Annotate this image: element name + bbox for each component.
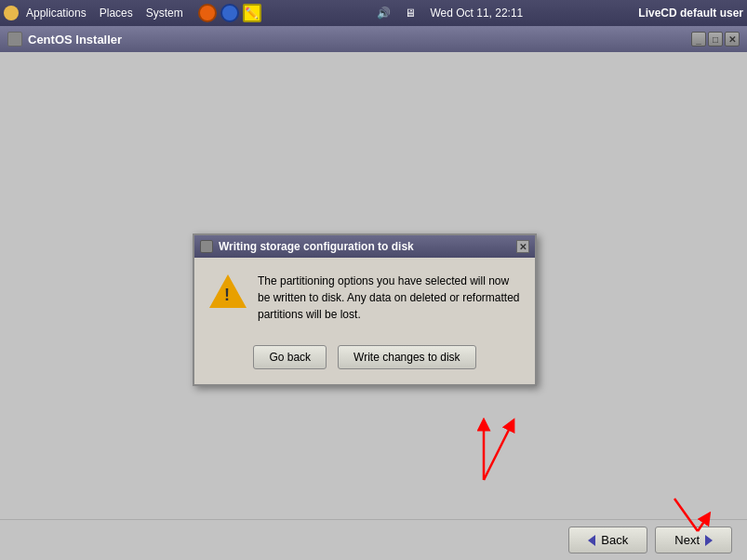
close-button[interactable]: ✕ (725, 32, 740, 47)
taskbar-datetime: 🔊 🖥 Wed Oct 11, 22:11 (261, 7, 639, 20)
window-titlebar: CentOS Installer _ □ ✕ (0, 26, 747, 52)
next-arrow-icon (705, 535, 713, 546)
dialog-icon (200, 240, 213, 253)
applications-label: Applications (26, 7, 87, 20)
svg-line-1 (484, 424, 512, 480)
dialog-message: The partitioning options you have select… (258, 273, 520, 323)
top-taskbar: Applications Places System ✏️ 🔊 🖥 Wed Oc… (0, 0, 747, 26)
dialog-buttons: Go back Write changes to disk (194, 338, 535, 384)
places-label: Places (100, 7, 133, 20)
datetime-label: Wed Oct 11, 22:11 (430, 7, 523, 20)
dialog-close-button[interactable]: ✕ (516, 240, 529, 253)
bottom-nav-bar: Back Next (0, 519, 747, 560)
speaker-icon: 🔊 (377, 7, 391, 20)
window-icon (7, 32, 22, 47)
places-menu[interactable]: Places (94, 5, 139, 21)
network-icon: 🖥 (405, 7, 416, 20)
maximize-button[interactable]: □ (708, 32, 723, 47)
back-button[interactable]: Back (568, 527, 647, 553)
back-label: Back (601, 533, 628, 547)
minimize-button[interactable]: _ (691, 32, 706, 47)
app-menu-icon (4, 6, 19, 20)
storage-config-dialog: Writing storage configuration to disk ✕ … (193, 233, 537, 386)
go-back-button[interactable]: Go back (253, 345, 327, 369)
warning-icon (209, 273, 247, 310)
system-label: System (146, 7, 183, 20)
next-label: Next (674, 533, 700, 547)
browser2-icon[interactable] (220, 4, 239, 22)
applications-menu[interactable]: Applications (20, 5, 92, 21)
edit-icon[interactable]: ✏️ (243, 4, 261, 22)
dialog-titlebar: Writing storage configuration to disk ✕ (194, 235, 535, 258)
back-arrow-icon (588, 535, 595, 546)
main-content: Writing storage configuration to disk ✕ … (0, 52, 747, 519)
annotation-arrow-1 (428, 415, 540, 489)
firefox-icon[interactable] (198, 4, 217, 22)
window-title: CentOS Installer (28, 33, 122, 47)
write-changes-button[interactable]: Write changes to disk (338, 345, 476, 369)
next-button[interactable]: Next (655, 527, 732, 553)
system-menu[interactable]: System (140, 5, 189, 21)
dialog-title: Writing storage configuration to disk (219, 240, 414, 253)
user-label: LiveCD default user (638, 7, 743, 20)
dialog-body: The partitioning options you have select… (194, 258, 535, 338)
